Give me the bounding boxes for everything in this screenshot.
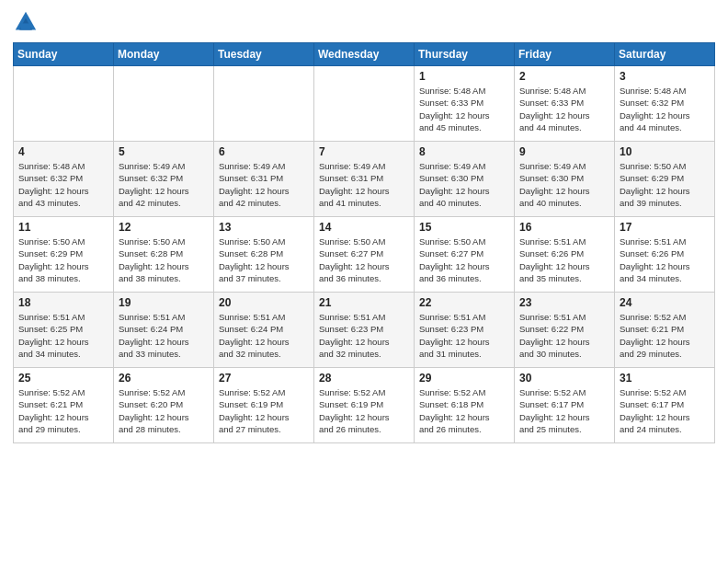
day-cell xyxy=(14,66,114,142)
day-cell: 3Sunrise: 5:48 AM Sunset: 6:32 PM Daylig… xyxy=(615,66,715,142)
weekday-tuesday: Tuesday xyxy=(214,43,314,66)
day-number: 20 xyxy=(219,296,309,309)
day-number: 27 xyxy=(219,372,309,385)
day-cell: 25Sunrise: 5:52 AM Sunset: 6:21 PM Dayli… xyxy=(14,368,114,443)
day-number: 14 xyxy=(319,221,409,234)
day-info: Sunrise: 5:49 AM Sunset: 6:32 PM Dayligh… xyxy=(119,160,209,209)
day-number: 16 xyxy=(519,221,609,234)
day-info: Sunrise: 5:51 AM Sunset: 6:23 PM Dayligh… xyxy=(419,311,509,360)
day-info: Sunrise: 5:48 AM Sunset: 6:32 PM Dayligh… xyxy=(18,160,108,209)
day-cell xyxy=(214,66,314,142)
header xyxy=(13,9,715,35)
day-number: 28 xyxy=(319,372,409,385)
day-info: Sunrise: 5:52 AM Sunset: 6:21 PM Dayligh… xyxy=(620,311,710,360)
day-info: Sunrise: 5:49 AM Sunset: 6:30 PM Dayligh… xyxy=(419,160,509,209)
day-cell: 12Sunrise: 5:50 AM Sunset: 6:28 PM Dayli… xyxy=(114,217,214,293)
day-number: 25 xyxy=(18,372,108,385)
day-number: 12 xyxy=(119,221,209,234)
day-number: 8 xyxy=(419,145,509,158)
day-info: Sunrise: 5:51 AM Sunset: 6:24 PM Dayligh… xyxy=(219,311,309,360)
day-number: 4 xyxy=(18,145,108,158)
day-cell: 20Sunrise: 5:51 AM Sunset: 6:24 PM Dayli… xyxy=(214,293,314,368)
day-number: 6 xyxy=(219,145,309,158)
day-info: Sunrise: 5:50 AM Sunset: 6:28 PM Dayligh… xyxy=(219,236,309,284)
week-row-2: 4Sunrise: 5:48 AM Sunset: 6:32 PM Daylig… xyxy=(14,142,715,217)
day-cell: 18Sunrise: 5:51 AM Sunset: 6:25 PM Dayli… xyxy=(14,293,114,368)
day-number: 9 xyxy=(519,145,609,158)
day-number: 13 xyxy=(219,221,309,234)
logo-icon xyxy=(13,9,39,35)
day-cell: 30Sunrise: 5:52 AM Sunset: 6:17 PM Dayli… xyxy=(515,368,615,443)
day-cell: 5Sunrise: 5:49 AM Sunset: 6:32 PM Daylig… xyxy=(114,142,214,217)
page: SundayMondayTuesdayWednesdayThursdayFrid… xyxy=(0,0,728,563)
day-number: 18 xyxy=(18,296,108,309)
day-info: Sunrise: 5:52 AM Sunset: 6:17 PM Dayligh… xyxy=(519,386,609,435)
day-number: 10 xyxy=(620,145,710,158)
day-cell: 17Sunrise: 5:51 AM Sunset: 6:26 PM Dayli… xyxy=(615,217,715,293)
day-cell xyxy=(114,66,214,142)
day-cell: 29Sunrise: 5:52 AM Sunset: 6:18 PM Dayli… xyxy=(415,368,515,443)
day-number: 31 xyxy=(620,372,710,385)
day-cell: 1Sunrise: 5:48 AM Sunset: 6:33 PM Daylig… xyxy=(415,66,515,142)
day-cell: 26Sunrise: 5:52 AM Sunset: 6:20 PM Dayli… xyxy=(114,368,214,443)
day-info: Sunrise: 5:50 AM Sunset: 6:29 PM Dayligh… xyxy=(620,160,710,209)
day-info: Sunrise: 5:52 AM Sunset: 6:19 PM Dayligh… xyxy=(319,386,409,435)
day-info: Sunrise: 5:49 AM Sunset: 6:31 PM Dayligh… xyxy=(319,160,409,209)
day-cell: 7Sunrise: 5:49 AM Sunset: 6:31 PM Daylig… xyxy=(314,142,415,217)
day-cell: 2Sunrise: 5:48 AM Sunset: 6:33 PM Daylig… xyxy=(515,66,615,142)
day-cell: 4Sunrise: 5:48 AM Sunset: 6:32 PM Daylig… xyxy=(14,142,114,217)
day-cell xyxy=(314,66,415,142)
day-number: 24 xyxy=(620,296,710,309)
day-number: 29 xyxy=(419,372,509,385)
day-info: Sunrise: 5:52 AM Sunset: 6:18 PM Dayligh… xyxy=(419,386,509,435)
day-info: Sunrise: 5:48 AM Sunset: 6:32 PM Dayligh… xyxy=(620,85,710,133)
day-cell: 21Sunrise: 5:51 AM Sunset: 6:23 PM Dayli… xyxy=(314,293,415,368)
day-info: Sunrise: 5:48 AM Sunset: 6:33 PM Dayligh… xyxy=(419,85,509,133)
day-cell: 22Sunrise: 5:51 AM Sunset: 6:23 PM Dayli… xyxy=(415,293,515,368)
day-info: Sunrise: 5:48 AM Sunset: 6:33 PM Dayligh… xyxy=(519,85,609,133)
day-cell: 19Sunrise: 5:51 AM Sunset: 6:24 PM Dayli… xyxy=(114,293,214,368)
weekday-sunday: Sunday xyxy=(14,43,114,66)
day-cell: 23Sunrise: 5:51 AM Sunset: 6:22 PM Dayli… xyxy=(515,293,615,368)
day-cell: 28Sunrise: 5:52 AM Sunset: 6:19 PM Dayli… xyxy=(314,368,415,443)
day-info: Sunrise: 5:50 AM Sunset: 6:27 PM Dayligh… xyxy=(319,236,409,284)
weekday-saturday: Saturday xyxy=(615,43,715,66)
day-info: Sunrise: 5:52 AM Sunset: 6:19 PM Dayligh… xyxy=(219,386,309,435)
day-number: 19 xyxy=(119,296,209,309)
day-number: 11 xyxy=(18,221,108,234)
calendar-table: SundayMondayTuesdayWednesdayThursdayFrid… xyxy=(13,42,715,443)
day-info: Sunrise: 5:51 AM Sunset: 6:26 PM Dayligh… xyxy=(519,236,609,284)
day-info: Sunrise: 5:50 AM Sunset: 6:28 PM Dayligh… xyxy=(119,236,209,284)
day-info: Sunrise: 5:51 AM Sunset: 6:25 PM Dayligh… xyxy=(18,311,108,360)
day-cell: 24Sunrise: 5:52 AM Sunset: 6:21 PM Dayli… xyxy=(615,293,715,368)
day-cell: 9Sunrise: 5:49 AM Sunset: 6:30 PM Daylig… xyxy=(515,142,615,217)
day-number: 30 xyxy=(519,372,609,385)
day-cell: 6Sunrise: 5:49 AM Sunset: 6:31 PM Daylig… xyxy=(214,142,314,217)
day-number: 5 xyxy=(119,145,209,158)
weekday-thursday: Thursday xyxy=(415,43,515,66)
day-info: Sunrise: 5:51 AM Sunset: 6:23 PM Dayligh… xyxy=(319,311,409,360)
day-cell: 13Sunrise: 5:50 AM Sunset: 6:28 PM Dayli… xyxy=(214,217,314,293)
day-cell: 31Sunrise: 5:52 AM Sunset: 6:17 PM Dayli… xyxy=(615,368,715,443)
day-info: Sunrise: 5:52 AM Sunset: 6:20 PM Dayligh… xyxy=(119,386,209,435)
weekday-header-row: SundayMondayTuesdayWednesdayThursdayFrid… xyxy=(14,43,715,66)
weekday-wednesday: Wednesday xyxy=(314,43,415,66)
day-number: 22 xyxy=(419,296,509,309)
day-cell: 27Sunrise: 5:52 AM Sunset: 6:19 PM Dayli… xyxy=(214,368,314,443)
week-row-5: 25Sunrise: 5:52 AM Sunset: 6:21 PM Dayli… xyxy=(14,368,715,443)
day-cell: 11Sunrise: 5:50 AM Sunset: 6:29 PM Dayli… xyxy=(14,217,114,293)
day-info: Sunrise: 5:51 AM Sunset: 6:22 PM Dayligh… xyxy=(519,311,609,360)
day-info: Sunrise: 5:49 AM Sunset: 6:30 PM Dayligh… xyxy=(519,160,609,209)
day-number: 1 xyxy=(419,70,509,83)
day-number: 7 xyxy=(319,145,409,158)
day-info: Sunrise: 5:51 AM Sunset: 6:26 PM Dayligh… xyxy=(620,236,710,284)
day-info: Sunrise: 5:50 AM Sunset: 6:29 PM Dayligh… xyxy=(18,236,108,284)
day-cell: 10Sunrise: 5:50 AM Sunset: 6:29 PM Dayli… xyxy=(615,142,715,217)
day-cell: 16Sunrise: 5:51 AM Sunset: 6:26 PM Dayli… xyxy=(515,217,615,293)
logo xyxy=(13,9,42,35)
day-cell: 14Sunrise: 5:50 AM Sunset: 6:27 PM Dayli… xyxy=(314,217,415,293)
day-number: 3 xyxy=(620,70,710,83)
week-row-1: 1Sunrise: 5:48 AM Sunset: 6:33 PM Daylig… xyxy=(14,66,715,142)
svg-rect-2 xyxy=(20,23,30,29)
day-number: 21 xyxy=(319,296,409,309)
